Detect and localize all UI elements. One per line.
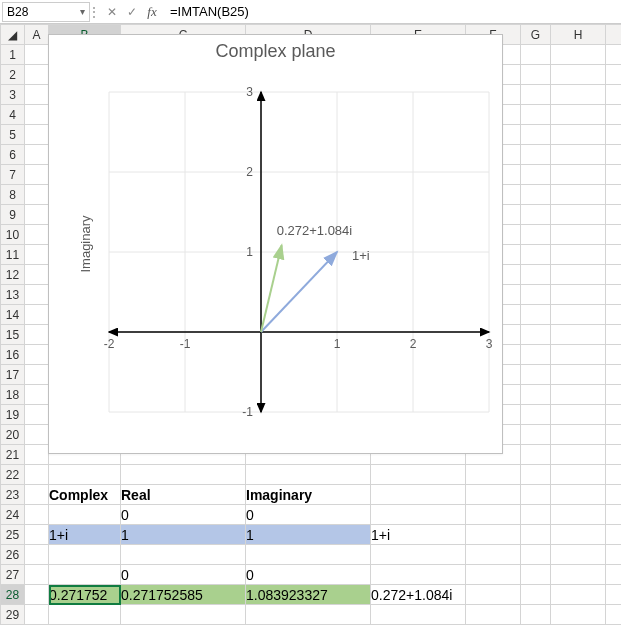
cell[interactable]	[25, 485, 49, 505]
cell[interactable]	[521, 125, 551, 145]
cell[interactable]	[521, 145, 551, 165]
cell[interactable]	[606, 325, 622, 345]
cell[interactable]	[246, 465, 371, 485]
cell[interactable]	[466, 545, 521, 565]
cell[interactable]	[551, 285, 606, 305]
cell[interactable]: 0.271752585	[121, 585, 246, 605]
cell[interactable]	[551, 125, 606, 145]
cell[interactable]	[25, 125, 49, 145]
cell[interactable]	[371, 605, 466, 625]
cell[interactable]	[521, 545, 551, 565]
cell[interactable]	[551, 265, 606, 285]
cell[interactable]	[606, 405, 622, 425]
cell[interactable]	[25, 445, 49, 465]
cell[interactable]	[521, 285, 551, 305]
col-header[interactable]: H	[551, 25, 606, 45]
name-box[interactable]: B28 ▾	[2, 2, 90, 22]
row-header[interactable]: 20	[1, 425, 25, 445]
cell[interactable]: Real	[121, 485, 246, 505]
cell[interactable]	[521, 345, 551, 365]
cell[interactable]	[521, 585, 551, 605]
cell[interactable]	[606, 445, 622, 465]
cell[interactable]	[606, 565, 622, 585]
cell[interactable]	[551, 225, 606, 245]
cell[interactable]	[466, 465, 521, 485]
cell[interactable]	[551, 545, 606, 565]
cell[interactable]	[551, 445, 606, 465]
row-header[interactable]: 17	[1, 365, 25, 385]
cell[interactable]	[25, 525, 49, 545]
cell[interactable]: 1.083923327	[246, 585, 371, 605]
cell[interactable]	[25, 165, 49, 185]
row-header[interactable]: 18	[1, 385, 25, 405]
cell[interactable]	[466, 605, 521, 625]
row-header[interactable]: 10	[1, 225, 25, 245]
cell[interactable]	[551, 345, 606, 365]
cell[interactable]	[25, 405, 49, 425]
cell[interactable]	[49, 505, 121, 525]
cell[interactable]	[25, 105, 49, 125]
cell[interactable]	[551, 85, 606, 105]
cell[interactable]	[521, 385, 551, 405]
cell[interactable]: 0.272+1.084i	[371, 585, 466, 605]
cell[interactable]	[551, 365, 606, 385]
cell[interactable]	[25, 285, 49, 305]
cell[interactable]	[606, 125, 622, 145]
cell[interactable]	[521, 445, 551, 465]
cell[interactable]	[25, 465, 49, 485]
cell[interactable]	[466, 565, 521, 585]
cell[interactable]: 0	[246, 505, 371, 525]
cell[interactable]	[25, 605, 49, 625]
cell[interactable]	[551, 205, 606, 225]
cancel-icon[interactable]: ✕	[104, 5, 120, 19]
cell[interactable]	[606, 265, 622, 285]
cell[interactable]	[606, 585, 622, 605]
cell[interactable]	[521, 45, 551, 65]
cell[interactable]	[551, 65, 606, 85]
cell[interactable]	[551, 585, 606, 605]
cell[interactable]	[551, 305, 606, 325]
cell[interactable]	[466, 505, 521, 525]
cell[interactable]	[606, 225, 622, 245]
col-header[interactable]: G	[521, 25, 551, 45]
cell[interactable]: 1+i	[371, 525, 466, 545]
cell[interactable]: 0.271752	[49, 585, 121, 605]
cell[interactable]	[521, 485, 551, 505]
cell[interactable]	[551, 185, 606, 205]
cell[interactable]	[551, 45, 606, 65]
cell[interactable]	[25, 225, 49, 245]
cell[interactable]	[25, 205, 49, 225]
cell[interactable]	[49, 465, 121, 485]
cell[interactable]	[606, 465, 622, 485]
row-header[interactable]: 28	[1, 585, 25, 605]
row-header[interactable]: 14	[1, 305, 25, 325]
cell[interactable]	[121, 605, 246, 625]
col-header[interactable]	[606, 25, 622, 45]
cell[interactable]	[521, 425, 551, 445]
cell[interactable]	[606, 205, 622, 225]
cell[interactable]	[606, 525, 622, 545]
cell[interactable]	[49, 545, 121, 565]
cell[interactable]	[551, 565, 606, 585]
row-header[interactable]: 12	[1, 265, 25, 285]
cell[interactable]	[521, 105, 551, 125]
cell[interactable]	[25, 385, 49, 405]
confirm-icon[interactable]: ✓	[124, 5, 140, 19]
row-header[interactable]: 19	[1, 405, 25, 425]
cell[interactable]	[25, 185, 49, 205]
cell[interactable]	[606, 45, 622, 65]
cell[interactable]	[551, 485, 606, 505]
row-header[interactable]: 13	[1, 285, 25, 305]
formula-input[interactable]	[166, 2, 619, 22]
cell[interactable]	[466, 525, 521, 545]
cell[interactable]	[606, 505, 622, 525]
cell[interactable]	[246, 605, 371, 625]
row-header[interactable]: 15	[1, 325, 25, 345]
cell[interactable]	[551, 525, 606, 545]
row-header[interactable]: 4	[1, 105, 25, 125]
cell[interactable]	[25, 45, 49, 65]
cell[interactable]	[551, 465, 606, 485]
cell[interactable]	[521, 245, 551, 265]
cell[interactable]	[551, 605, 606, 625]
cell[interactable]: 1+i	[49, 525, 121, 545]
